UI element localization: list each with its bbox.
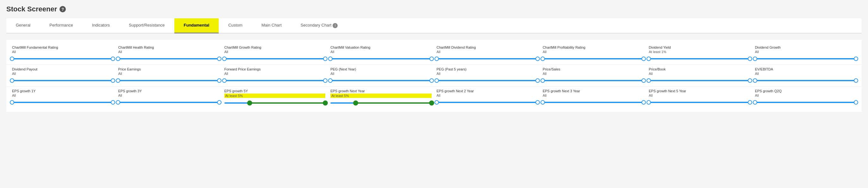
thumb-min-chartmill-growth-rating[interactable] [222,57,226,61]
thumb-max-price-earnings[interactable] [217,78,221,83]
thumb-max-eps-growth-3y[interactable] [217,100,221,105]
slider-wrapper-eps-growth-3y[interactable] [118,99,219,106]
slider-wrapper-dividend-yield[interactable] [649,55,750,62]
thumb-min-dividend-yield[interactable] [647,57,651,61]
thumb-max-price-sales[interactable] [642,78,646,83]
thumb-max-ev-ebitda[interactable] [854,78,858,83]
tab-custom[interactable]: Custom [219,18,252,34]
slider-dividend-yield[interactable] [649,55,750,62]
slider-wrapper-price-sales[interactable] [543,77,644,84]
slider-wrapper-chartmill-health-rating[interactable] [118,55,219,62]
thumb-max-price-book[interactable] [748,78,752,83]
slider-wrapper-eps-growth-next-2-year[interactable] [437,99,538,106]
slider-eps-growth-q2q[interactable] [755,99,856,106]
help-icon[interactable]: ? [60,6,66,12]
thumb-max-eps-growth-q2q[interactable] [854,100,858,105]
slider-chartmill-dividend-rating[interactable] [437,55,538,62]
thumb-min-price-sales[interactable] [540,78,545,83]
thumb-max-dividend-yield[interactable] [748,57,752,61]
slider-eps-growth-next-3-year[interactable] [543,99,644,106]
thumb-min-eps-growth-next-5-year[interactable] [647,100,651,105]
thumb-right-eps-growth-5y[interactable] [323,101,328,106]
thumb-min-peg-past-5-years[interactable] [434,78,439,83]
thumb-max-dividend-payout[interactable] [111,78,115,83]
slider-wrapper-price-book[interactable] [649,77,750,84]
slider-chartmill-growth-rating[interactable] [224,55,325,62]
slider-eps-growth-next-5-year[interactable] [649,99,750,106]
slider-eps-growth-5y[interactable] [224,100,325,106]
slider-wrapper-forward-price-earnings[interactable] [224,77,325,84]
slider-wrapper-chartmill-profitability-rating[interactable] [543,55,644,62]
thumb-max-peg-past-5-years[interactable] [535,78,540,83]
thumb-min-eps-growth-q2q[interactable] [753,100,757,105]
thumb-max-chartmill-health-rating[interactable] [217,57,221,61]
tab-performance[interactable]: Performance [40,18,82,34]
thumb-max-eps-growth-1y[interactable] [111,100,115,105]
thumb-min-peg-next-year[interactable] [328,78,333,83]
slider-eps-growth-next-year[interactable] [330,100,431,106]
thumb-max-chartmill-growth-rating[interactable] [323,57,328,61]
slider-dividend-payout[interactable] [12,77,113,84]
slider-price-book[interactable] [649,77,750,84]
slider-chartmill-profitability-rating[interactable] [543,55,644,62]
slider-wrapper-eps-growth-q2q[interactable] [755,99,856,106]
thumb-left-eps-growth-next-year[interactable] [353,101,358,106]
thumb-min-eps-growth-next-3-year[interactable] [540,100,545,105]
tab-secondary-chart[interactable]: Secondary Charti [291,18,347,34]
thumb-max-chartmill-valuation-rating[interactable] [429,57,434,61]
thumb-max-dividend-growth[interactable] [854,57,858,61]
thumb-min-dividend-growth[interactable] [753,57,757,61]
slider-wrapper-eps-growth-next-5-year[interactable] [649,99,750,106]
slider-peg-next-year[interactable] [330,77,431,84]
thumb-min-chartmill-valuation-rating[interactable] [328,57,333,61]
tab-support-resistance[interactable]: Support/Resistance [119,18,174,34]
thumb-min-chartmill-health-rating[interactable] [116,57,120,61]
slider-chartmill-valuation-rating[interactable] [330,55,431,62]
slider-wrapper-price-earnings[interactable] [118,77,219,84]
slider-wrapper-dividend-growth[interactable] [755,55,856,62]
thumb-min-chartmill-dividend-rating[interactable] [434,57,439,61]
thumb-min-ev-ebitda[interactable] [753,78,757,83]
slider-wrapper-peg-past-5-years[interactable] [437,77,538,84]
thumb-max-chartmill-fundamental-rating[interactable] [111,57,115,61]
tab-general[interactable]: General [6,18,40,34]
thumb-max-eps-growth-next-3-year[interactable] [642,100,646,105]
thumb-min-price-earnings[interactable] [116,78,120,83]
thumb-right-eps-growth-next-year[interactable] [429,101,434,106]
thumb-max-peg-next-year[interactable] [429,78,434,83]
thumb-left-eps-growth-5y[interactable] [247,101,252,106]
thumb-min-dividend-payout[interactable] [10,78,14,83]
slider-eps-growth-3y[interactable] [118,99,219,106]
slider-dividend-growth[interactable] [755,55,856,62]
slider-eps-growth-next-2-year[interactable] [437,99,538,106]
thumb-min-price-book[interactable] [647,78,651,83]
slider-wrapper-chartmill-dividend-rating[interactable] [437,55,538,62]
thumb-min-chartmill-profitability-rating[interactable] [540,57,545,61]
thumb-max-eps-growth-next-2-year[interactable] [535,100,540,105]
slider-eps-growth-1y[interactable] [12,99,113,106]
secondary-chart-info-icon[interactable]: i [333,23,338,28]
double-slider-eps-growth-next-year[interactable] [330,100,431,106]
thumb-min-chartmill-fundamental-rating[interactable] [10,57,14,61]
slider-price-earnings[interactable] [118,77,219,84]
thumb-max-chartmill-profitability-rating[interactable] [642,57,646,61]
slider-wrapper-chartmill-valuation-rating[interactable] [330,55,431,62]
thumb-min-eps-growth-3y[interactable] [116,100,120,105]
slider-price-sales[interactable] [543,77,644,84]
slider-wrapper-ev-ebitda[interactable] [755,77,856,84]
thumb-max-forward-price-earnings[interactable] [323,78,328,83]
thumb-min-eps-growth-next-2-year[interactable] [434,100,439,105]
double-slider-eps-growth-5y[interactable] [224,100,325,106]
thumb-min-forward-price-earnings[interactable] [222,78,226,83]
slider-wrapper-peg-next-year[interactable] [330,77,431,84]
slider-forward-price-earnings[interactable] [224,77,325,84]
slider-chartmill-health-rating[interactable] [118,55,219,62]
slider-wrapper-dividend-payout[interactable] [12,77,113,84]
slider-wrapper-chartmill-fundamental-rating[interactable] [12,55,113,62]
thumb-min-eps-growth-1y[interactable] [10,100,14,105]
slider-wrapper-eps-growth-1y[interactable] [12,99,113,106]
tab-fundamental[interactable]: Fundamental [174,18,219,34]
slider-wrapper-eps-growth-next-3-year[interactable] [543,99,644,106]
slider-peg-past-5-years[interactable] [437,77,538,84]
slider-wrapper-chartmill-growth-rating[interactable] [224,55,325,62]
